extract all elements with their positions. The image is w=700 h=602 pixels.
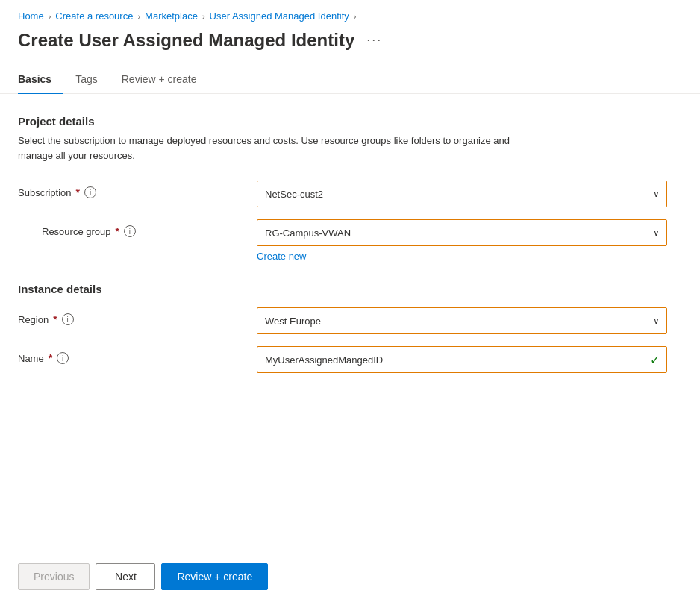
rg-info-icon[interactable]: i bbox=[124, 225, 136, 237]
footer: Previous Next Review + create bbox=[0, 551, 700, 602]
region-label-col: Region * i bbox=[18, 307, 257, 325]
page-menu-button[interactable]: ··· bbox=[363, 29, 385, 51]
resource-group-row: Resource group * i RG-Campus-VWAN ∨ Crea… bbox=[18, 219, 682, 262]
rg-label-col: Resource group * i bbox=[42, 219, 257, 237]
breadcrumb: Home › Create a resource › Marketplace ›… bbox=[0, 0, 700, 26]
review-create-button[interactable]: Review + create bbox=[161, 563, 268, 590]
region-control: West Europe ∨ bbox=[257, 307, 667, 334]
project-details-title: Project details bbox=[18, 115, 682, 128]
breadcrumb-sep-2: › bbox=[137, 12, 140, 21]
subscription-row: Subscription * i NetSec-cust2 ∨ bbox=[18, 181, 682, 207]
rg-select[interactable]: RG-Campus-VWAN bbox=[257, 219, 667, 246]
region-select-wrapper: West Europe ∨ bbox=[257, 307, 667, 334]
region-required: * bbox=[53, 313, 57, 325]
page-header: Create User Assigned Managed Identity ··… bbox=[0, 26, 700, 66]
tab-basics[interactable]: Basics bbox=[18, 66, 63, 94]
tab-bar: Basics Tags Review + create bbox=[0, 66, 700, 94]
name-input[interactable] bbox=[257, 346, 667, 373]
subscription-select[interactable]: NetSec-cust2 bbox=[257, 181, 667, 207]
instance-details-section: Instance details Region * i West Europe … bbox=[18, 283, 682, 373]
breadcrumb-uami[interactable]: User Assigned Managed Identity bbox=[210, 10, 349, 22]
rg-indent bbox=[18, 219, 42, 225]
name-label: Name bbox=[18, 353, 44, 364]
rg-control: RG-Campus-VWAN ∨ Create new bbox=[257, 219, 667, 262]
breadcrumb-create-resource[interactable]: Create a resource bbox=[55, 10, 133, 22]
region-info-icon[interactable]: i bbox=[62, 313, 74, 325]
region-select[interactable]: West Europe bbox=[257, 307, 667, 334]
name-required: * bbox=[49, 352, 52, 364]
tab-review-create[interactable]: Review + create bbox=[110, 66, 209, 94]
region-row: Region * i West Europe ∨ bbox=[18, 307, 682, 334]
breadcrumb-home[interactable]: Home bbox=[18, 10, 44, 22]
rg-label: Resource group bbox=[42, 226, 111, 237]
name-info-icon[interactable]: i bbox=[57, 352, 69, 364]
previous-button[interactable]: Previous bbox=[18, 563, 90, 590]
subscription-info-icon[interactable]: i bbox=[84, 186, 96, 198]
breadcrumb-sep-3: › bbox=[202, 12, 205, 21]
tab-tags[interactable]: Tags bbox=[63, 66, 110, 94]
rg-select-wrapper: RG-Campus-VWAN ∨ bbox=[257, 219, 667, 246]
project-details-description: Select the subscription to manage deploy… bbox=[18, 134, 525, 163]
subscription-control: NetSec-cust2 ∨ bbox=[257, 181, 667, 207]
subscription-label: Subscription bbox=[18, 187, 72, 198]
name-input-wrapper: ✓ bbox=[257, 346, 667, 373]
subscription-select-wrapper: NetSec-cust2 ∨ bbox=[257, 181, 667, 207]
name-row: Name * i ✓ bbox=[18, 346, 682, 373]
rg-required: * bbox=[116, 225, 119, 237]
subscription-required: * bbox=[76, 186, 80, 198]
region-label: Region bbox=[18, 314, 49, 325]
instance-details-title: Instance details bbox=[18, 283, 682, 295]
main-content: Project details Select the subscription … bbox=[0, 115, 700, 551]
name-check-icon: ✓ bbox=[650, 353, 660, 367]
next-button[interactable]: Next bbox=[96, 563, 155, 590]
breadcrumb-marketplace[interactable]: Marketplace bbox=[145, 10, 198, 22]
name-label-col: Name * i bbox=[18, 346, 257, 364]
subscription-label-col: Subscription * i bbox=[18, 181, 257, 198]
name-control: ✓ bbox=[257, 346, 667, 373]
create-new-link[interactable]: Create new bbox=[257, 251, 306, 262]
page-title: Create User Assigned Managed Identity bbox=[18, 30, 354, 51]
breadcrumb-sep-1: › bbox=[49, 12, 51, 21]
breadcrumb-sep-4: › bbox=[354, 12, 357, 21]
